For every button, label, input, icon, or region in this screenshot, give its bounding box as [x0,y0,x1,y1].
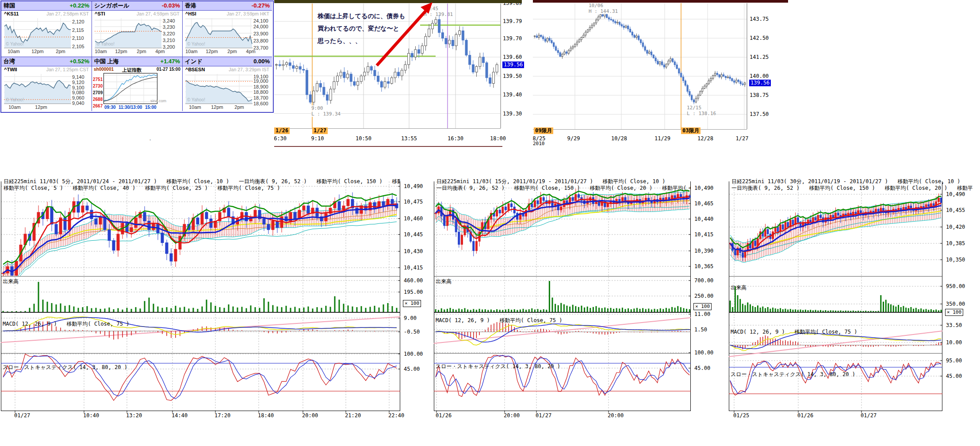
panel-header: 中国 上海+1.47% [92,57,182,66]
yahoo-watermark: © Yahoo! [6,97,24,102]
price-axis-label: 10,445 [404,231,423,238]
note-line: 思ったら、、、 [318,35,405,47]
stoch-axis-label: 45.00 [946,373,962,379]
macd-axis-label: 10.00 [946,339,962,346]
nikkei-mini-5min-chart: 日経225mini 11/03( 5分, 2011/01/24 - 2011/0… [1,178,430,426]
price-axis-label: 10,440 [694,216,713,222]
quote-timestamp: Jan 27, 1:25pm CST [46,67,89,72]
multiplier-badge: × 100 [693,303,712,310]
y-axis-label: 3,230 [163,24,175,30]
x-axis-label: 12pm [35,104,47,110]
x-axis-label: 2pm [137,49,146,54]
y-axis-label: 3,220 [163,31,175,36]
sina-y-axis-label: 2751 [93,77,103,82]
stoch-axis-label: 95.00 [946,358,962,364]
year-label: 2010 [533,141,545,146]
contract-tag-09: 09限月 [534,127,553,134]
technical-chart-canvas [434,178,691,420]
macd-pane-label: MACD( 12, 26, 9 ) 移動平均( Close, 75 ) [731,328,857,336]
y-axis-label: 3,240 [163,18,175,23]
nikkei-mini-15min-chart: 日経225mini 11/03( 15分, 2011/01/19 - 2011/… [434,178,720,426]
ticker-symbol: ^HSI [185,11,196,16]
sina-watermark: sina.com [150,99,166,103]
price-axis-label: 10,365 [694,263,713,269]
price-axis-label: 10,490 [404,183,423,189]
volume-pane-label: 出来高 [731,284,746,292]
price-axis-label: 10,415 [694,231,713,238]
price-axis-label: 10,460 [404,215,423,222]
market-panel-india[interactable]: インド0.00% ^BSESNJan 27, 3:29pm IST 19,100… [183,57,272,111]
market-panel-taiwan[interactable]: 台湾+0.52% ^TWIIJan 27, 1:25pm CST 9,1409,… [1,57,92,111]
yahoo-watermark: © Yahoo! [187,97,205,102]
macd-axis-label: 11.00 [694,311,710,317]
market-name: インド [185,58,203,65]
y-axis-label: 23,900 [253,31,268,36]
panel-header: 香港-0.27% [183,1,272,11]
volume-axis-label: 700.00 [694,277,713,284]
bond-futures-daily-chart: 10/06 H : 144.31 12/15 L : 138.16 09限月 0… [533,0,788,153]
yahoo-watermark: © Yahoo! [6,42,24,46]
x-axis-label: 10am [8,49,20,54]
chart-title-line2: 一目均衡表( 9, 26, 52 ) 移動平均( Close, 150 ) 移動… [436,185,691,192]
y-axis-label: 9,060 [72,95,84,100]
volume-axis-label: 350.00 [946,301,965,307]
bond-futures-intraday-chart: 14:45 H : 139.81 株価は上昇してるのに、債券も 買われてるので、… [274,0,524,150]
current-price-tag: 139.56 [502,62,524,68]
multiplier-badge: × 100 [403,300,421,307]
market-name: 香港 [185,2,196,9]
high-date-annotation: 10/06 [589,3,603,8]
change-badge: +0.22% [70,1,89,10]
chart-title-line2: 移動平均( Close, 5 ) 移動平均( Close, 40 ) 移動平均(… [4,185,400,192]
sina-y-axis-label: 2688 [93,97,103,102]
symbol-row: ^STIJan 27, 4:59pm SGT [92,11,182,18]
symbol-row: ^HSIJan 27, 3:59pm HKT [183,11,272,18]
price-axis-label: 10,465 [694,200,713,207]
symbol-row: ^TWIIJan 27, 1:25pm CST [1,67,92,73]
price-axis-label: 10,490 [946,191,965,197]
y-axis-label: 9,140 [72,74,84,80]
market-panel-korea[interactable]: 韓国+0.22% ^KS11Jan 27, 2:58pm KST 2,1202,… [1,1,92,57]
y-axis-label: 19,000 [253,78,268,84]
market-name: 韓国 [4,2,15,9]
market-panel-singapore[interactable]: シンガポール-0.03% ^STIJan 27, 4:59pm SGT 3,24… [92,1,183,57]
note-line: 株価は上昇してるのに、債券も [318,10,405,22]
volume-pane-label: 出来高 [436,278,452,285]
yahoo-watermark: © Yahoo! [96,42,115,46]
ticker-symbol: ^BSESN [185,67,205,72]
sina-y-axis-label: 2709 [93,90,103,95]
y-axis-label: 23,800 [253,38,268,43]
ticker-symbol: ^TWII [4,67,17,72]
price-axis-label: 10,350 [946,257,965,263]
change-badge: -0.03% [162,1,180,10]
market-panel-shanghai[interactable]: 中国 上海+1.47% sh000001 上证指数 01-27 15:00 27… [92,57,183,111]
x-axis-label: 12pm [211,104,223,110]
y-axis-label: 3,210 [163,38,175,43]
stoch-axis-label: 100.00 [404,351,423,357]
x-axis-label: 10am [189,104,201,110]
x-axis-label: 4pm [155,49,165,54]
y-axis-label: 2,120 [72,19,84,24]
market-panel-hongkong[interactable]: 香港-0.27% ^HSIJan 27, 3:59pm HKT 24,10024… [183,1,272,57]
sina-code: sh000001 [94,67,114,72]
x-axis-label: 12pm [115,49,127,54]
y-axis-label: 2,105 [72,44,84,49]
sina-y-axis-label: 2730 [93,84,103,88]
current-price-tag: 139.56 [749,80,771,86]
macd-axis-label: 1.50 [694,327,707,333]
market-name: 中国 上海 [94,58,119,65]
stoch-pane-label: スロー・ストキャスティクス( 14, 3, 80, 20 ) [731,371,855,378]
stoch-pane-label: スロー・ストキャスティクス( 14, 3, 80, 20 ) [3,364,127,371]
y-axis-label: 18,800 [253,89,268,95]
note-line: 買われてるので、変だな〜と [318,22,405,35]
low-price-annotation: L : 138.16 [687,111,716,116]
y-axis-label: 9,080 [72,90,84,95]
y-axis-label: 24,000 [253,24,268,29]
stoch-axis-label: 45.00 [404,366,420,372]
change-badge: 0.00% [253,57,270,66]
price-axis-label: 10,420 [946,224,965,230]
quote-timestamp: Jan 27, 2:58pm KST [46,11,89,16]
multiplier-badge: × 100 [945,309,963,316]
sparkline-area: 24,10024,00023,90023,80023,700 10am12pm2… [183,18,272,57]
sparkline-area: 2,1202,1152,1102,105 10am12pm2pm © Yahoo… [1,18,92,57]
y-axis-label: 2,115 [72,27,84,33]
